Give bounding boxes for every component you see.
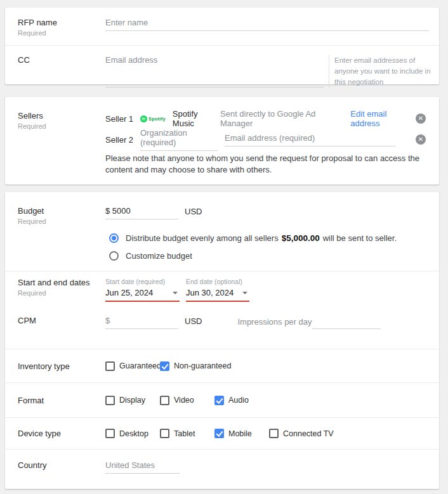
rfp-name-label-col: RFP name Required (5, 18, 105, 37)
rfp-card: RFP name Required Enter name CC Email ad… (5, 8, 439, 84)
chevron-down-icon (173, 292, 178, 294)
seller-1-row: Seller 1 Spotify Spotify Music Sent dire… (105, 111, 439, 126)
country-label: Country (18, 460, 105, 470)
checkbox-label: Audio (228, 396, 249, 405)
country-input[interactable]: United States (105, 460, 180, 474)
checkbox-icon[interactable] (105, 396, 115, 405)
cpm-currency: USD (185, 316, 202, 329)
distribute-budget-label: Distribute budget evenly among all selle… (126, 233, 279, 243)
checkbox-connected-tv[interactable]: Connected TV (269, 429, 334, 438)
distribute-budget-suffix: will be sent to seller. (323, 233, 397, 243)
checkbox-icon[interactable] (269, 429, 279, 438)
dates-cpm-section: Start and end dates Required Start date … (5, 271, 439, 349)
checkbox-mobile[interactable]: Mobile (214, 429, 269, 438)
budget-currency: USD (185, 207, 202, 219)
cc-label-col: CC (5, 55, 105, 65)
checkbox-label: Display (119, 396, 145, 405)
checkbox-label: Desktop (119, 429, 148, 438)
spotify-wordmark: Spotify (148, 116, 166, 122)
checkbox-label: Guaranteed (119, 361, 161, 370)
checkbox-label: Mobile (228, 429, 252, 438)
sellers-required: Required (18, 122, 105, 130)
checkbox-icon[interactable] (214, 429, 224, 438)
dates-row: Start and end dates Required Start date … (5, 278, 439, 302)
cc-email-input[interactable]: Email address (105, 55, 324, 88)
end-date-select[interactable]: End date (optional) Jun 30, 2024 (186, 278, 249, 302)
end-date-label: End date (optional) (186, 278, 249, 285)
checkbox-desktop[interactable]: Desktop (105, 429, 160, 438)
details-card: Budget Required $ 5000 USD Distribute bu… (5, 192, 439, 489)
budget-required: Required (18, 218, 105, 225)
budget-label: Budget (18, 206, 105, 216)
rfp-name-row: RFP name Required Enter name (5, 8, 439, 46)
start-date-label: Start date (required) (105, 278, 180, 285)
checkbox-icon[interactable] (105, 361, 115, 371)
checkbox-video[interactable]: Video (160, 396, 214, 405)
seller-2-label: Seller 2 (105, 135, 140, 145)
impressions-per-day-label: Impressions per day (237, 317, 312, 329)
rfp-name-label: RFP name (18, 18, 105, 27)
spotify-icon (140, 115, 147, 122)
inventory-type-section: Inventory type Guaranteed Non-guaranteed (5, 349, 439, 383)
seller-1-label: Seller 1 (105, 114, 140, 124)
start-date-value: Jun 25, 2024 (105, 288, 153, 297)
customize-budget-radio[interactable] (109, 251, 119, 261)
inventory-type-label: Inventory type (18, 361, 105, 371)
dates-required: Required (18, 289, 105, 297)
sellers-note: Please note that anyone to whom you send… (105, 153, 426, 176)
checkbox-icon[interactable] (160, 396, 169, 405)
seller-2-row: Seller 2 Organization (required) Email a… (105, 132, 439, 147)
rfp-name-input[interactable]: Enter name (105, 18, 429, 31)
format-label: Format (18, 396, 105, 405)
impressions-per-day-input[interactable] (312, 316, 381, 329)
checkbox-non-guaranteed[interactable]: Non-guaranteed (160, 361, 231, 371)
sellers-label: Sellers (18, 111, 105, 120)
cpm-label: CPM (18, 316, 105, 325)
checkbox-display[interactable]: Display (105, 396, 160, 405)
checkbox-audio[interactable]: Audio (214, 396, 249, 405)
seller-2-organization-input[interactable]: Organization (required) (140, 128, 218, 151)
checkbox-tablet[interactable]: Tablet (160, 429, 214, 438)
distribute-budget-amount: $5,000.00 (282, 233, 320, 243)
cc-label: CC (18, 55, 105, 65)
checkbox-guaranteed[interactable]: Guaranteed (105, 361, 160, 371)
checkbox-icon[interactable] (214, 396, 224, 405)
seller-1-brand: Spotify Spotify Music (140, 109, 220, 128)
budget-section: Budget Required $ 5000 USD Distribute bu… (5, 192, 439, 271)
format-section: Format Display Video Audio (5, 383, 439, 418)
country-section: Country United States (5, 450, 439, 489)
checkbox-label: Non-guaranteed (174, 361, 231, 370)
sellers-label-col: Sellers Required (5, 111, 105, 130)
rfp-name-required: Required (18, 29, 105, 37)
seller-1-name: Spotify Music (173, 109, 220, 128)
budget-amount-input[interactable]: $ 5000 (105, 206, 178, 219)
seller-2-remove-icon[interactable]: ✕ (416, 134, 426, 145)
checkbox-icon[interactable] (160, 361, 169, 371)
distribute-budget-radio-row[interactable]: Distribute budget evenly among all selle… (105, 229, 439, 247)
customize-budget-label: Customize budget (126, 251, 192, 261)
seller-1-status: Sent directly to Google Ad Manager (220, 109, 345, 128)
dates-label: Start and end dates (18, 278, 105, 287)
seller-2-email-input[interactable]: Email address (required) (225, 133, 396, 146)
customize-budget-radio-row[interactable]: Customize budget (105, 247, 439, 264)
start-date-select[interactable]: Start date (required) Jun 25, 2024 (105, 278, 180, 302)
checkbox-label: Video (174, 396, 194, 405)
cc-row: CC Email address Enter email addresses o… (5, 46, 439, 84)
edit-email-address-link[interactable]: Edit email address (350, 109, 416, 128)
distribute-budget-radio[interactable] (109, 233, 119, 243)
cpm-row: CPM $ USD Impressions per day (5, 316, 439, 329)
chevron-down-icon (242, 292, 247, 294)
checkbox-icon[interactable] (105, 429, 115, 438)
checkbox-label: Connected TV (283, 429, 334, 438)
device-type-section: Device type Desktop Tablet Mobile Connec… (5, 418, 439, 450)
sellers-card: Sellers Required Seller 1 Spotify (5, 97, 439, 185)
cpm-amount-input[interactable]: $ (105, 316, 178, 329)
end-date-value: Jun 30, 2024 (186, 288, 234, 297)
checkbox-label: Tablet (174, 429, 195, 438)
device-type-label: Device type (18, 429, 105, 438)
seller-1-remove-icon[interactable]: ✕ (416, 114, 426, 124)
checkbox-icon[interactable] (160, 429, 169, 438)
cc-helper-text: Enter email addresses of anyone you want… (329, 55, 437, 88)
